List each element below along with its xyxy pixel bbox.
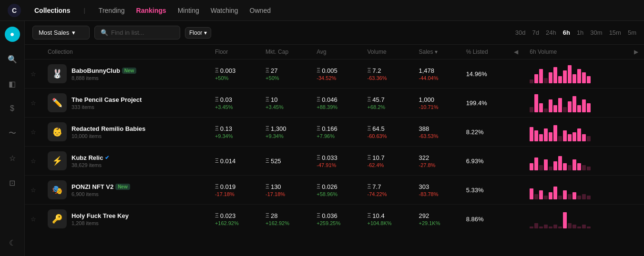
th-volume: Volume bbox=[362, 45, 413, 59]
floor-value: Ξ0.019 bbox=[215, 183, 254, 190]
mktcap-change: +162.92% bbox=[266, 220, 305, 226]
th-nav-right[interactable]: ▶ bbox=[628, 45, 644, 59]
mktcap-change: +50% bbox=[266, 75, 305, 81]
avg-change: -47.91% bbox=[317, 162, 356, 168]
col-pct-listed: 8.22% bbox=[460, 118, 509, 147]
time-7d[interactable]: 7d bbox=[532, 29, 539, 36]
bar-12 bbox=[587, 226, 591, 228]
volume-change: +68.2% bbox=[368, 104, 408, 110]
nav-trending[interactable]: Trending bbox=[99, 5, 125, 16]
bar-2 bbox=[539, 134, 543, 141]
avg-value: Ξ0.036 bbox=[317, 212, 356, 219]
search-placeholder: Find in list... bbox=[111, 29, 144, 36]
sales-value: 1,478 bbox=[419, 67, 454, 74]
nav-owned[interactable]: Owned bbox=[250, 5, 271, 16]
fav-star[interactable]: ☆ bbox=[25, 176, 42, 205]
dollar-icon[interactable]: $ bbox=[5, 101, 20, 116]
fav-star[interactable]: ☆ bbox=[25, 89, 42, 118]
badge-new: New bbox=[115, 184, 130, 190]
search-icon[interactable]: 🔍 bbox=[5, 51, 20, 67]
sales-change: +29.1K% bbox=[419, 220, 454, 226]
avg-change: +259.25% bbox=[317, 220, 356, 226]
volume-bar-chart bbox=[530, 180, 623, 199]
col-floor: Ξ0.023 +162.92% bbox=[209, 205, 260, 231]
bag-icon[interactable]: ⊡ bbox=[5, 175, 20, 190]
nav-minting[interactable]: Minting bbox=[178, 5, 199, 16]
moon-icon[interactable]: ☾ bbox=[5, 235, 20, 250]
activity-icon[interactable]: 〜 bbox=[5, 126, 20, 141]
fav-star[interactable]: ☆ bbox=[25, 118, 42, 147]
badge-new: New bbox=[122, 68, 137, 74]
top-nav: C Collections | Trending Rankings Mintin… bbox=[0, 0, 644, 21]
fav-star[interactable]: ☆ bbox=[25, 59, 42, 89]
time-6h[interactable]: 6h bbox=[563, 29, 570, 36]
col-volume-chart bbox=[524, 147, 628, 176]
volume-bar-chart bbox=[530, 93, 623, 112]
bar-6 bbox=[558, 98, 562, 112]
collection-items: 333 items bbox=[72, 104, 142, 110]
time-15m[interactable]: 15m bbox=[609, 29, 621, 36]
th-nav-left[interactable]: ◀ bbox=[508, 45, 524, 59]
col-collection: ⚡ Kubz Relic ✔ 38,629 items bbox=[42, 147, 209, 176]
col-sales: 1,478 -44.04% bbox=[413, 59, 460, 89]
time-filters: 30d 7d 24h 6h 1h 30m 15m 5m bbox=[515, 29, 636, 36]
star-icon[interactable]: ☆ bbox=[5, 150, 20, 166]
layers-icon[interactable]: ◧ bbox=[5, 76, 20, 91]
collection-image: 🎭 bbox=[48, 180, 67, 199]
fav-star[interactable]: ☆ bbox=[25, 147, 42, 176]
bar-8 bbox=[568, 223, 572, 228]
bar-9 bbox=[572, 225, 576, 228]
col-collection: 🐰 BaboBunnyClub New 8,888 items bbox=[42, 59, 209, 89]
floor-change: +162.92% bbox=[215, 220, 254, 226]
nav-rankings[interactable]: Rankings bbox=[136, 5, 166, 16]
bar-11 bbox=[582, 225, 586, 228]
time-30m[interactable]: 30m bbox=[590, 29, 602, 36]
bar-10 bbox=[577, 226, 581, 228]
avatar-icon[interactable]: ● bbox=[5, 27, 20, 42]
col-pct-listed: 8.86% bbox=[460, 205, 509, 231]
nav-collections[interactable]: Collections bbox=[34, 5, 70, 16]
bar-8 bbox=[568, 65, 572, 83]
volume-bar-chart bbox=[530, 151, 623, 170]
th-avg: Avg bbox=[311, 45, 361, 59]
col-volume-chart bbox=[524, 176, 628, 205]
volume-change: -60.63% bbox=[368, 133, 408, 139]
app-logo: C bbox=[8, 4, 21, 17]
volume-value: Ξ64.5 bbox=[368, 125, 408, 132]
bar-3 bbox=[544, 159, 548, 170]
col-pct-listed: 5.33% bbox=[460, 176, 509, 205]
bar-1 bbox=[534, 74, 538, 83]
pct-listed-value: 14.96% bbox=[466, 70, 487, 78]
time-30d[interactable]: 30d bbox=[515, 29, 526, 36]
sort-dropdown[interactable]: Most Sales ▾ bbox=[32, 26, 90, 39]
bar-8 bbox=[568, 134, 572, 141]
toolbar: Most Sales ▾ 🔍 Find in list... Floor ▾ 3… bbox=[25, 21, 644, 45]
bar-8 bbox=[568, 165, 572, 170]
th-floor: Floor bbox=[209, 45, 260, 59]
fav-star[interactable]: ☆ bbox=[25, 205, 42, 231]
bar-7 bbox=[563, 70, 567, 83]
mktcap-value: Ξ10 bbox=[266, 96, 305, 103]
bar-1 bbox=[534, 194, 538, 199]
bar-6 bbox=[558, 226, 562, 228]
bar-10 bbox=[577, 163, 581, 170]
th-fav bbox=[25, 45, 42, 59]
search-box[interactable]: 🔍 Find in list... bbox=[94, 26, 180, 39]
mktcap-change: -17.18% bbox=[266, 191, 305, 197]
bar-5 bbox=[553, 187, 557, 199]
time-1h[interactable]: 1h bbox=[577, 29, 583, 36]
floor-dropdown[interactable]: Floor ▾ bbox=[185, 27, 211, 39]
main-layout: ● 🔍 ◧ $ 〜 ☆ ⊡ ☾ Most Sales ▾ 🔍 Find in l… bbox=[0, 21, 644, 256]
nav-watching[interactable]: Watching bbox=[211, 5, 238, 16]
verified-icon: ✔ bbox=[105, 155, 109, 161]
bar-4 bbox=[549, 192, 552, 199]
sales-value: 292 bbox=[419, 212, 454, 219]
col-mktcap: Ξ10 +3.45% bbox=[260, 89, 311, 118]
col-avg: Ξ0.005 -34.52% bbox=[311, 59, 361, 89]
time-24h[interactable]: 24h bbox=[546, 29, 556, 36]
time-5m[interactable]: 5m bbox=[628, 29, 636, 36]
bar-0 bbox=[530, 163, 533, 170]
floor-change: +3.45% bbox=[215, 104, 254, 110]
col-collection: 🎭 PONZI NFT V2 New 6,900 items bbox=[42, 176, 209, 205]
collection-items: 6,900 items bbox=[72, 191, 130, 197]
